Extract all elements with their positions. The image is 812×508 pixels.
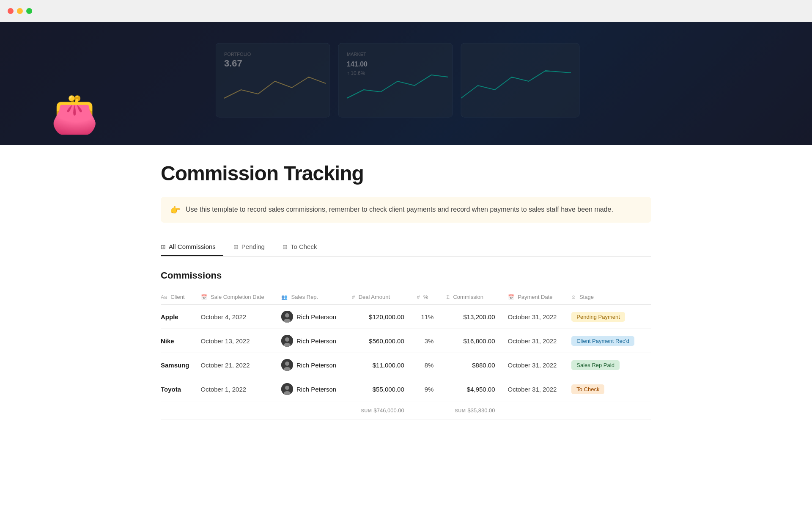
cell-pct: 9% [417, 377, 447, 401]
hero-chart: PORTFOLIO 3.67 MARKET 141.00 ↑ 10.6% [216, 39, 596, 124]
section-heading: Commissions [161, 270, 651, 281]
avatar [281, 335, 293, 347]
maximize-button[interactable] [26, 8, 32, 14]
tab-all-label: All Commissions [169, 243, 216, 250]
tab-pending[interactable]: ⊞ Pending [233, 238, 272, 256]
sum-row: SUM$746,000.00 SUM$35,830.00 [161, 401, 651, 420]
cell-client: Apple [161, 305, 201, 329]
svg-point-18 [285, 386, 289, 390]
tab-all-commissions[interactable]: ⊞ All Commissions [161, 238, 223, 256]
cell-commission: $13,200.00 [446, 305, 508, 329]
close-button[interactable] [8, 8, 14, 14]
cell-stage: To Check [571, 377, 651, 401]
hero-banner: PORTFOLIO 3.67 MARKET 141.00 ↑ 10.6% 👛 [0, 22, 812, 145]
info-icon: 👉 [170, 205, 181, 215]
svg-point-15 [285, 362, 289, 366]
cell-commission: $880.00 [446, 353, 508, 377]
col-client-icon: Aa [161, 294, 167, 300]
col-payment-icon: 📅 [508, 294, 514, 300]
cell-stage: Sales Rep Paid [571, 353, 651, 377]
table-row: Apple October 4, 2022 Rich Peterson $120… [161, 305, 651, 329]
sum-empty-2 [201, 401, 281, 420]
cell-commission: $16,800.00 [446, 329, 508, 353]
commissions-table: Aa Client 📅 Sale Completion Date 👥 Sales… [161, 290, 651, 420]
svg-rect-7 [461, 43, 579, 117]
col-sale-date: 📅 Sale Completion Date [201, 290, 281, 305]
minimize-button[interactable] [17, 8, 23, 14]
tab-pending-icon: ⊞ [233, 243, 239, 250]
col-deal-amount: # Deal Amount [352, 290, 417, 305]
cell-sale-date: October 1, 2022 [201, 377, 281, 401]
svg-point-12 [285, 337, 289, 342]
col-commission-icon: Σ [446, 294, 449, 300]
hero-emoji: 👛 [51, 92, 98, 136]
svg-text:PORTFOLIO: PORTFOLIO [224, 52, 251, 57]
tabs-bar: ⊞ All Commissions ⊞ Pending ⊞ To Check [161, 238, 651, 257]
sum-empty-1 [161, 401, 201, 420]
sum-empty-pct [417, 401, 447, 420]
sum-empty-date [508, 401, 572, 420]
cell-sales-rep: Rich Peterson [281, 353, 352, 377]
col-date-icon: 📅 [201, 294, 207, 300]
cell-sale-date: October 21, 2022 [201, 353, 281, 377]
svg-text:↑ 10.6%: ↑ 10.6% [347, 70, 365, 76]
table-row: Nike October 13, 2022 Rich Peterson $560… [161, 329, 651, 353]
rep-name: Rich Peterson [296, 313, 336, 320]
col-client: Aa Client [161, 290, 201, 305]
avatar [281, 311, 293, 323]
col-deal-icon: # [352, 294, 355, 300]
cell-deal-amount: $560,000.00 [352, 329, 417, 353]
status-badge: Sales Rep Paid [571, 360, 620, 370]
cell-pct: 11% [417, 305, 447, 329]
cell-pct: 8% [417, 353, 447, 377]
status-badge: Pending Payment [571, 312, 625, 322]
col-stage-icon: ⊙ [571, 294, 576, 300]
cell-payment-date: October 31, 2022 [508, 329, 572, 353]
cell-deal-amount: $55,000.00 [352, 377, 417, 401]
col-sales-rep: 👥 Sales Rep. [281, 290, 352, 305]
info-text: Use this template to record sales commis… [186, 204, 613, 215]
svg-text:MARKET: MARKET [347, 52, 366, 57]
status-badge: Client Payment Rec'd [571, 336, 634, 346]
rep-name: Rich Peterson [296, 386, 336, 393]
cell-payment-date: October 31, 2022 [508, 305, 572, 329]
table-header-row: Aa Client 📅 Sale Completion Date 👥 Sales… [161, 290, 651, 305]
cell-stage: Pending Payment [571, 305, 651, 329]
sum-commission: SUM$35,830.00 [446, 401, 508, 420]
svg-text:3.67: 3.67 [224, 58, 242, 69]
tab-pending-label: Pending [241, 243, 265, 250]
col-rep-icon: 👥 [281, 294, 288, 300]
col-payment-date: 📅 Payment Date [508, 290, 572, 305]
sum-empty-3 [281, 401, 352, 420]
cell-pct: 3% [417, 329, 447, 353]
rep-name: Rich Peterson [296, 337, 336, 345]
cell-sale-date: October 13, 2022 [201, 329, 281, 353]
tab-all-icon: ⊞ [161, 243, 166, 250]
cell-payment-date: October 31, 2022 [508, 353, 572, 377]
cell-sales-rep: Rich Peterson [281, 377, 352, 401]
cell-sales-rep: Rich Peterson [281, 329, 352, 353]
cell-deal-amount: $120,000.00 [352, 305, 417, 329]
col-stage: ⊙ Stage [571, 290, 651, 305]
sum-label-deal: SUM [361, 408, 372, 413]
tab-to-check[interactable]: ⊞ To Check [283, 238, 325, 256]
titlebar [0, 0, 812, 22]
cell-client: Toyota [161, 377, 201, 401]
page-title: Commission Tracking [161, 162, 651, 185]
cell-client: Nike [161, 329, 201, 353]
cell-stage: Client Payment Rec'd [571, 329, 651, 353]
cell-commission: $4,950.00 [446, 377, 508, 401]
sum-deal: SUM$746,000.00 [352, 401, 417, 420]
col-pct: # % [417, 290, 447, 305]
info-box: 👉 Use this template to record sales comm… [161, 197, 651, 223]
tab-tocheck-icon: ⊞ [283, 243, 288, 250]
cell-payment-date: October 31, 2022 [508, 377, 572, 401]
col-pct-icon: # [417, 294, 420, 300]
table-row: Samsung October 21, 2022 Rich Peterson $… [161, 353, 651, 377]
rep-name: Rich Peterson [296, 362, 336, 369]
col-commission: Σ Commission [446, 290, 508, 305]
svg-point-9 [285, 313, 289, 318]
sum-label-commission: SUM [455, 408, 466, 413]
cell-sales-rep: Rich Peterson [281, 305, 352, 329]
sum-empty-stage [571, 401, 651, 420]
